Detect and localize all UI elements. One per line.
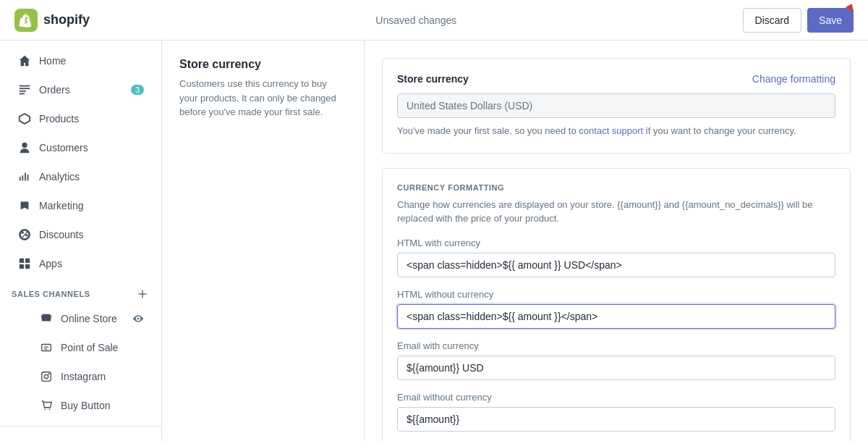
svg-point-12 — [44, 409, 46, 411]
shopify-logo-icon — [14, 9, 38, 32]
svg-rect-9 — [42, 372, 51, 382]
marketing-icon — [17, 198, 32, 213]
sidebar-item-point-of-sale[interactable]: Point of Sale — [6, 333, 156, 362]
add-sales-channel-button[interactable] — [135, 287, 150, 301]
svg-point-11 — [48, 374, 49, 374]
email-without-currency-label: Email without currency — [397, 392, 835, 403]
discard-button[interactable]: Discard — [743, 8, 801, 33]
svg-rect-6 — [20, 264, 24, 269]
sidebar-item-buy-button[interactable]: Buy Button — [6, 391, 156, 420]
sidebar-item-instagram[interactable]: Instagram — [6, 362, 156, 391]
html-with-currency-input[interactable] — [397, 253, 835, 277]
sidebar-item-online-store[interactable]: Online Store — [6, 304, 156, 333]
topbar-left: shopify — [14, 9, 90, 32]
html-without-currency-group: HTML without currency — [397, 289, 835, 329]
sidebar-label-analytics: Analytics — [39, 171, 80, 182]
sidebar-label-customers: Customers — [39, 142, 88, 154]
sidebar-label-orders: Orders — [39, 84, 70, 96]
orders-icon — [17, 83, 32, 97]
sidebar-item-settings[interactable]: Settings — [0, 432, 161, 441]
description-panel: Store currency Customers use this curren… — [162, 41, 365, 441]
topbar-actions: Discard Save — [743, 8, 854, 33]
point-of-sale-icon — [39, 340, 54, 355]
email-with-currency-input[interactable] — [397, 356, 835, 380]
layout: Home Orders 3 Products Customers Analy — [0, 41, 868, 441]
panel-description: Customers use this currency to buy your … — [179, 77, 346, 119]
svg-rect-4 — [20, 259, 24, 263]
sidebar-label-apps: Apps — [39, 258, 62, 269]
sidebar-item-products[interactable]: Products — [6, 104, 156, 133]
sidebar-label-marketing: Marketing — [39, 200, 83, 211]
email-with-currency-label: Email with currency — [397, 340, 835, 351]
sidebar-item-home[interactable]: Home — [6, 46, 156, 75]
change-formatting-link[interactable]: Change formatting — [752, 73, 835, 85]
buy-button-icon — [39, 398, 54, 413]
svg-rect-5 — [25, 259, 30, 263]
html-with-currency-group: HTML with currency — [397, 238, 835, 277]
instagram-icon — [39, 369, 54, 384]
currency-formatting-section: CURRENCY FORMATTING Change how currencie… — [382, 168, 851, 442]
form-panel: Store currency Change formatting You've … — [365, 41, 868, 441]
sidebar-item-marketing[interactable]: Marketing — [6, 191, 156, 220]
currency-formatting-title: CURRENCY FORMATTING — [397, 183, 835, 192]
sidebar-label-instagram: Instagram — [61, 371, 106, 382]
products-icon — [17, 112, 32, 126]
html-with-currency-label: HTML with currency — [397, 238, 835, 248]
currency-formatting-desc: Change how currencies are displayed on y… — [397, 198, 835, 226]
sidebar-label-online-store: Online Store — [61, 313, 117, 324]
store-currency-info: You've made your first sale, so you need… — [397, 124, 835, 138]
discounts-icon — [17, 227, 32, 242]
brand-name: shopify — [43, 12, 90, 28]
customers-icon — [17, 140, 32, 155]
unsaved-changes-label: Unsaved changes — [375, 14, 456, 26]
sidebar: Home Orders 3 Products Customers Analy — [0, 41, 162, 441]
sidebar-label-buy-button: Buy Button — [61, 400, 111, 411]
eye-icon[interactable] — [132, 313, 144, 324]
panel-title: Store currency — [179, 58, 346, 71]
sidebar-item-apps[interactable]: Apps — [6, 249, 156, 278]
email-with-currency-group: Email with currency — [397, 340, 835, 380]
sidebar-item-orders[interactable]: Orders 3 — [6, 75, 156, 104]
online-store-icon — [39, 311, 54, 326]
save-button[interactable]: Save — [807, 8, 854, 33]
contact-support-link[interactable]: contact support — [579, 125, 643, 136]
apps-icon — [17, 256, 32, 271]
sidebar-label-home: Home — [39, 55, 66, 67]
svg-rect-3 — [20, 93, 25, 95]
email-without-currency-group: Email without currency — [397, 392, 835, 432]
svg-rect-2 — [20, 91, 26, 92]
sidebar-label-products: Products — [39, 113, 79, 125]
store-currency-section: Store currency Change formatting You've … — [382, 58, 851, 154]
store-currency-label: Store currency — [397, 73, 469, 85]
svg-rect-8 — [42, 345, 51, 351]
topbar: shopify Unsaved changes Discard Save — [0, 0, 868, 41]
sidebar-label-discounts: Discounts — [39, 229, 83, 240]
sidebar-label-point-of-sale: Point of Sale — [61, 342, 118, 353]
sidebar-item-customers[interactable]: Customers — [6, 133, 156, 162]
sidebar-item-analytics[interactable]: Analytics — [6, 162, 156, 191]
sales-channels-section-title: SALES CHANNELS — [0, 278, 161, 304]
svg-point-10 — [44, 374, 48, 378]
main-content: Store currency Customers use this curren… — [162, 41, 868, 441]
svg-rect-0 — [20, 85, 30, 87]
shopify-logo: shopify — [14, 9, 90, 32]
sidebar-item-discounts[interactable]: Discounts — [6, 220, 156, 249]
store-currency-input — [397, 93, 835, 118]
html-without-currency-input[interactable] — [397, 304, 835, 329]
orders-badge: 3 — [131, 85, 144, 95]
home-icon — [17, 54, 32, 68]
svg-point-13 — [49, 409, 51, 411]
svg-rect-1 — [20, 88, 30, 89]
email-without-currency-input[interactable] — [397, 407, 835, 432]
analytics-icon — [17, 169, 32, 184]
html-without-currency-label: HTML without currency — [397, 289, 835, 300]
svg-rect-7 — [25, 264, 30, 269]
store-currency-header: Store currency Change formatting — [397, 73, 835, 85]
